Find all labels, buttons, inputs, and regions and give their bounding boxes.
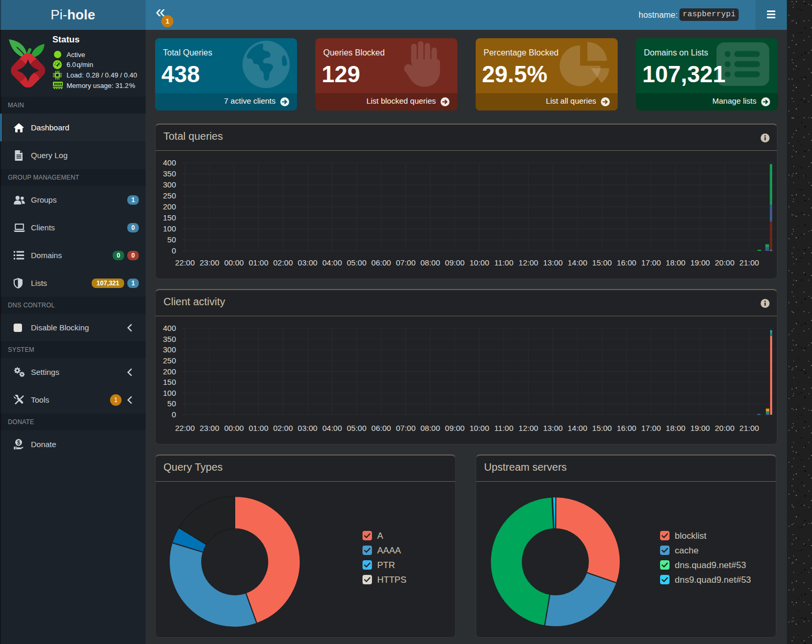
svg-text:21:00: 21:00 (739, 424, 759, 432)
svg-text:12:00: 12:00 (519, 258, 539, 267)
svg-text:02:00: 02:00 (273, 258, 293, 267)
svg-text:19:00: 19:00 (690, 258, 710, 267)
svg-text:05:00: 05:00 (347, 424, 367, 432)
svg-text:0: 0 (172, 246, 176, 255)
svg-text:05:00: 05:00 (347, 258, 367, 267)
svg-text:08:00: 08:00 (421, 424, 441, 432)
svg-text:09:00: 09:00 (445, 424, 465, 432)
svg-text:19:00: 19:00 (690, 424, 710, 432)
svg-text:03:00: 03:00 (298, 424, 317, 432)
svg-text:350: 350 (163, 335, 176, 343)
svg-text:15:00: 15:00 (592, 258, 612, 267)
svg-text:09:00: 09:00 (445, 258, 465, 267)
svg-text:01:00: 01:00 (249, 258, 269, 267)
svg-text:06:00: 06:00 (371, 424, 391, 432)
svg-text:04:00: 04:00 (322, 424, 342, 432)
svg-text:13:00: 13:00 (543, 424, 563, 432)
svg-text:23:00: 23:00 (200, 424, 220, 432)
svg-text:20:00: 20:00 (715, 258, 735, 267)
svg-text:300: 300 (163, 180, 176, 189)
svg-text:23:00: 23:00 (200, 258, 220, 267)
svg-text:400: 400 (163, 324, 176, 332)
svg-text:150: 150 (163, 377, 176, 386)
svg-text:0: 0 (172, 410, 176, 419)
svg-text:11:00: 11:00 (495, 258, 513, 267)
svg-text:17:00: 17:00 (641, 424, 661, 432)
svg-text:06:00: 06:00 (371, 258, 391, 267)
svg-text:50: 50 (167, 399, 176, 408)
svg-text:250: 250 (163, 191, 176, 200)
svg-text:100: 100 (163, 388, 176, 397)
svg-text:22:00: 22:00 (175, 424, 195, 432)
svg-text:08:00: 08:00 (421, 258, 441, 267)
svg-text:20:00: 20:00 (715, 424, 735, 432)
svg-text:22:00: 22:00 (175, 258, 195, 267)
svg-text:13:00: 13:00 (543, 258, 563, 267)
svg-text:$: $ (17, 440, 20, 446)
svg-text:250: 250 (163, 356, 176, 365)
svg-text:17:00: 17:00 (641, 258, 661, 267)
svg-text:18:00: 18:00 (666, 258, 686, 267)
svg-text:16:00: 16:00 (617, 424, 637, 432)
svg-text:02:00: 02:00 (273, 424, 293, 432)
svg-text:00:00: 00:00 (224, 424, 244, 432)
svg-text:200: 200 (163, 367, 176, 376)
svg-text:150: 150 (163, 213, 176, 222)
svg-text:16:00: 16:00 (617, 258, 637, 267)
svg-text:18:00: 18:00 (666, 424, 686, 432)
svg-text:04:00: 04:00 (322, 258, 342, 267)
svg-text:14:00: 14:00 (568, 424, 588, 432)
svg-text:10:00: 10:00 (469, 424, 489, 432)
svg-text:100: 100 (163, 224, 176, 233)
svg-text:10:00: 10:00 (469, 258, 489, 267)
svg-text:350: 350 (163, 169, 176, 178)
svg-text:01:00: 01:00 (249, 424, 269, 432)
svg-text:300: 300 (163, 345, 176, 354)
svg-text:21:00: 21:00 (739, 258, 759, 267)
svg-text:400: 400 (163, 158, 176, 167)
svg-text:50: 50 (167, 235, 176, 244)
svg-text:12:00: 12:00 (519, 424, 539, 432)
svg-text:11:00: 11:00 (495, 424, 513, 432)
svg-text:14:00: 14:00 (568, 258, 588, 267)
svg-text:15:00: 15:00 (592, 424, 612, 432)
svg-text:200: 200 (163, 202, 176, 211)
svg-text:07:00: 07:00 (396, 424, 416, 432)
svg-text:07:00: 07:00 (396, 258, 416, 267)
svg-text:03:00: 03:00 (298, 258, 317, 267)
svg-text:00:00: 00:00 (224, 258, 244, 267)
